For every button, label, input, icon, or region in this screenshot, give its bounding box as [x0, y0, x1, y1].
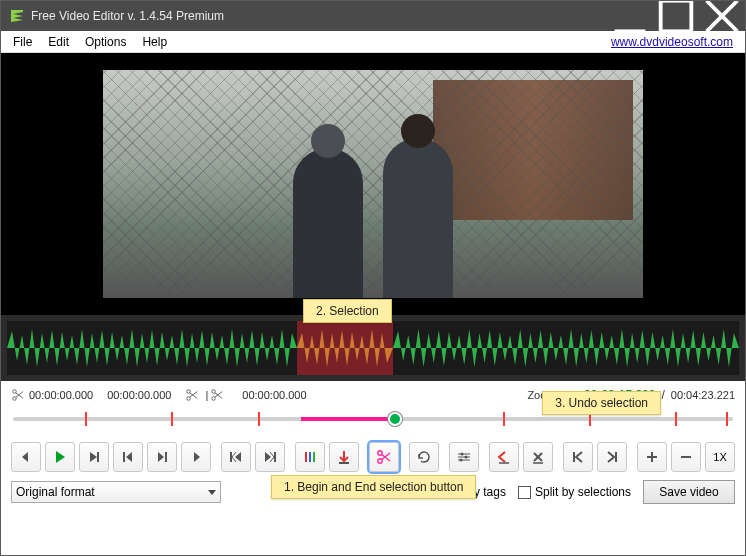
- playhead-handle[interactable]: [388, 412, 402, 426]
- scissors-icon: [185, 388, 199, 402]
- video-content: [103, 70, 643, 298]
- video-frame[interactable]: [103, 70, 643, 298]
- svg-point-23: [378, 451, 382, 455]
- jump-start-button[interactable]: [221, 442, 251, 472]
- format-selected-value: Original format: [16, 485, 95, 499]
- video-preview-area: 2. Selection: [1, 53, 745, 315]
- svg-point-7: [13, 390, 17, 394]
- close-button[interactable]: [699, 1, 745, 31]
- callout-begin-end: 1. Begin and End selection button: [271, 475, 476, 499]
- svg-point-8: [13, 397, 17, 401]
- rotate-button[interactable]: [409, 442, 439, 472]
- delete-selection-button[interactable]: [523, 442, 553, 472]
- window-title: Free Video Editor v. 1.4.54 Premium: [31, 9, 607, 23]
- play-button[interactable]: [45, 442, 75, 472]
- scrub-selection[interactable]: [301, 417, 395, 421]
- callout-undo-selection: 3. Undo selection: [542, 391, 661, 415]
- zoom-reset-button[interactable]: 1X: [705, 442, 735, 472]
- markers-button[interactable]: [295, 442, 325, 472]
- minimize-button[interactable]: [607, 1, 653, 31]
- svg-rect-1: [661, 1, 692, 32]
- video-content: [293, 148, 363, 298]
- goto-selection-start-button[interactable]: [563, 442, 593, 472]
- callout-selection: 2. Selection: [303, 299, 392, 323]
- menu-help[interactable]: Help: [134, 33, 175, 51]
- waveform-selection[interactable]: [297, 321, 393, 375]
- svg-point-24: [378, 459, 382, 463]
- svg-marker-5: [297, 329, 393, 367]
- window-controls: [607, 1, 745, 31]
- settings-button[interactable]: [449, 442, 479, 472]
- scissors-icon: [210, 388, 224, 402]
- svg-point-12: [212, 397, 216, 401]
- svg-marker-6: [393, 329, 739, 367]
- menu-edit[interactable]: Edit: [40, 33, 77, 51]
- title-bar: Free Video Editor v. 1.4.54 Premium: [1, 1, 745, 31]
- format-select[interactable]: Original format: [11, 481, 221, 503]
- app-icon: [9, 8, 25, 24]
- svg-point-30: [460, 459, 463, 462]
- begin-end-selection-button[interactable]: [369, 442, 399, 472]
- timeline-scrubber[interactable]: 3. Undo selection: [1, 405, 745, 435]
- scissors-icon: [11, 388, 25, 402]
- step-forward-button[interactable]: [181, 442, 211, 472]
- website-link[interactable]: www.dvdvideosoft.com: [611, 35, 741, 49]
- editor-toolbar: 1X: [1, 435, 745, 479]
- step-back-button[interactable]: [11, 442, 41, 472]
- split-by-selections-checkbox[interactable]: Split by selections: [518, 485, 631, 499]
- maximize-button[interactable]: [653, 1, 699, 31]
- set-marker-button[interactable]: [329, 442, 359, 472]
- video-content: [383, 138, 453, 298]
- prev-frame-button[interactable]: [113, 442, 143, 472]
- goto-selection-end-button[interactable]: [597, 442, 627, 472]
- save-video-button[interactable]: Save video: [643, 480, 735, 504]
- bottom-bar: Original format 1. Begin and End selecti…: [1, 479, 745, 511]
- svg-point-10: [187, 397, 191, 401]
- menu-file[interactable]: File: [5, 33, 40, 51]
- svg-point-29: [465, 456, 468, 459]
- total-duration: 00:04:23.221: [671, 389, 735, 401]
- menu-bar: File Edit Options Help www.dvdvideosoft.…: [1, 31, 745, 53]
- cut-start-time: 00:00:00.000: [11, 388, 93, 402]
- out-point-time: 00:00:00.000: [242, 389, 306, 401]
- waveform-segment: [7, 321, 297, 375]
- jump-end-button[interactable]: [255, 442, 285, 472]
- menu-options[interactable]: Options: [77, 33, 134, 51]
- play-range-button[interactable]: [79, 442, 109, 472]
- checkbox-icon: [518, 486, 531, 499]
- next-frame-button[interactable]: [147, 442, 177, 472]
- chevron-down-icon: [208, 490, 216, 495]
- svg-point-9: [187, 390, 191, 394]
- waveform-track[interactable]: [1, 315, 745, 381]
- undo-selection-button[interactable]: [489, 442, 519, 472]
- svg-point-28: [461, 453, 464, 456]
- scissor-divider: |: [185, 388, 228, 402]
- zoom-in-button[interactable]: [637, 442, 667, 472]
- svg-point-11: [212, 390, 216, 394]
- in-point-time: 00:00:00.000: [107, 389, 171, 401]
- svg-marker-4: [7, 329, 297, 367]
- waveform-segment: [393, 321, 739, 375]
- zoom-out-button[interactable]: [671, 442, 701, 472]
